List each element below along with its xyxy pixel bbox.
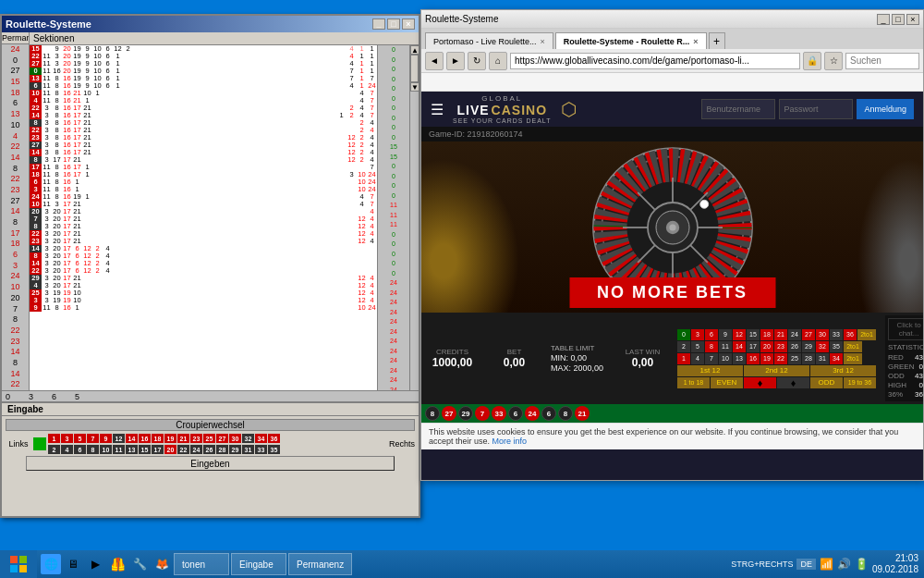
close-button[interactable]: ×	[402, 18, 415, 30]
dozen-2-bet[interactable]: 2nd 12	[744, 365, 809, 376]
num-29[interactable]: 29	[229, 445, 241, 454]
tab-roulette-systeme[interactable]: Roulette-Systeme - Roulette R... ×	[555, 32, 707, 49]
tracking-data-grid: 15 9 20199 10 6 12 2411 22113 20199 10 6…	[30, 45, 377, 390]
recent-num-21: 21	[575, 406, 590, 421]
taskbar-tonen[interactable]: tonen	[174, 553, 229, 575]
lock-icon: 🔒	[803, 52, 821, 70]
bookmarks-bar	[421, 73, 923, 92]
num-12[interactable]: 12	[113, 434, 125, 443]
ie-icon[interactable]: 🌐	[41, 554, 61, 574]
num-18[interactable]: 18	[152, 434, 164, 443]
tab-bar: Portomaso - Live Roulette... × Roulette-…	[421, 29, 923, 49]
taskbar-eingabe[interactable]: Eingabe	[231, 553, 286, 575]
start-button[interactable]	[0, 550, 37, 578]
scroll-up-arrow[interactable]: ▲	[410, 45, 419, 55]
new-tab-button[interactable]: +	[709, 32, 725, 49]
login-button[interactable]: Anmeldung	[857, 99, 914, 119]
num-11[interactable]: 11	[113, 445, 125, 454]
num-4[interactable]: 4	[61, 445, 73, 454]
eingeben-button[interactable]: Eingeben	[26, 456, 395, 471]
click-to-chat[interactable]: Click to chat...	[888, 318, 923, 340]
num-23[interactable]: 23	[190, 434, 202, 443]
num-22[interactable]: 22	[177, 445, 189, 454]
dozen-1-bet[interactable]: 1st 12	[677, 365, 743, 376]
num-33[interactable]: 33	[255, 445, 267, 454]
num-6[interactable]: 6	[74, 445, 86, 454]
browser-minimize-btn[interactable]: _	[877, 14, 890, 25]
browser-close-btn[interactable]: ×	[906, 14, 919, 25]
num-28[interactable]: 28	[216, 445, 228, 454]
num-13[interactable]: 13	[126, 445, 138, 454]
num-9[interactable]: 9	[100, 434, 112, 443]
search-input[interactable]	[845, 53, 919, 69]
scroll-thumb[interactable]	[410, 55, 419, 82]
num-20[interactable]: 20	[164, 445, 176, 454]
bookmark-star[interactable]: ☆	[824, 52, 843, 70]
num-15[interactable]: 15	[139, 445, 151, 454]
maximize-button[interactable]: □	[387, 18, 400, 30]
odd-bet[interactable]: ODD	[810, 377, 843, 388]
num-10[interactable]: 10	[100, 445, 112, 454]
num-36[interactable]: 36	[268, 434, 280, 443]
2to1-bot[interactable]: 2to1	[844, 353, 862, 364]
num-27[interactable]: 27	[216, 434, 228, 443]
even-bet[interactable]: EVEN	[711, 377, 743, 388]
browser-titlebar: Roulette-Systeme _ □ ×	[421, 10, 923, 29]
black-bet[interactable]: ♦	[777, 377, 809, 388]
show-desktop-icon[interactable]: 🖥	[63, 554, 83, 574]
username-input[interactable]	[701, 99, 775, 119]
url-bar[interactable]	[510, 53, 800, 69]
num-34[interactable]: 34	[255, 434, 267, 443]
vlc-icon[interactable]: 🦺	[107, 554, 128, 574]
svg-point-16	[669, 224, 675, 230]
col36-stat-value: 36%	[915, 390, 923, 399]
high-bet[interactable]: 19 to 36	[844, 377, 876, 388]
media-player-icon[interactable]: ▶	[85, 554, 105, 574]
minimize-button[interactable]: _	[372, 18, 385, 30]
util-icon[interactable]: 🔧	[129, 554, 150, 574]
num-30[interactable]: 30	[229, 434, 241, 443]
refresh-button[interactable]: ↻	[468, 52, 486, 70]
dozen-3-bet[interactable]: 3rd 12	[810, 365, 876, 376]
num-7[interactable]: 7	[87, 434, 99, 443]
home-button[interactable]: ⌂	[489, 52, 507, 70]
firefox-icon[interactable]: 🦊	[152, 554, 172, 574]
num-25[interactable]: 25	[203, 434, 215, 443]
grid-zero[interactable]: 0	[677, 329, 690, 340]
num-5[interactable]: 5	[74, 434, 86, 443]
2to1-mid[interactable]: 2to1	[844, 341, 862, 352]
browser-maximize-btn[interactable]: □	[892, 14, 905, 25]
num-14[interactable]: 14	[126, 434, 138, 443]
tab-portomaso[interactable]: Portomaso - Live Roulette... ×	[425, 32, 553, 49]
column-numbers-bar: 0 3 6 5	[2, 390, 419, 401]
num-35[interactable]: 35	[268, 445, 280, 454]
num-8[interactable]: 8	[87, 445, 99, 454]
2to1-top[interactable]: 2to1	[857, 329, 876, 340]
tab-close-1[interactable]: ×	[541, 37, 545, 46]
num-17[interactable]: 17	[152, 445, 164, 454]
forward-button[interactable]: ►	[446, 52, 465, 70]
num-24[interactable]: 24	[190, 445, 202, 454]
num-21[interactable]: 21	[177, 434, 189, 443]
num-1[interactable]: 1	[48, 434, 60, 443]
menu-hamburger-icon[interactable]: ☰	[431, 101, 444, 118]
num-3[interactable]: 3	[61, 434, 73, 443]
vertical-scrollbar[interactable]: ▲ ▼	[409, 45, 419, 390]
recent-num-29: 29	[458, 406, 473, 421]
num-32[interactable]: 32	[242, 434, 254, 443]
num-26[interactable]: 26	[203, 445, 215, 454]
red-bet[interactable]: ♦	[744, 377, 776, 388]
low-bet[interactable]: 1 to 18	[677, 377, 710, 388]
num-19[interactable]: 19	[164, 434, 176, 443]
num-16[interactable]: 16	[139, 434, 151, 443]
num-31[interactable]: 31	[242, 445, 254, 454]
back-button[interactable]: ◄	[425, 52, 444, 70]
num-2[interactable]: 2	[48, 445, 60, 454]
password-input[interactable]	[779, 99, 853, 119]
cookie-more-info-link[interactable]: More info	[492, 437, 528, 446]
eingabe-label: Eingabe	[2, 403, 419, 416]
tab-close-2[interactable]: ×	[693, 37, 698, 46]
taskbar-permanenz[interactable]: Permanenz	[288, 553, 352, 575]
scroll-down-arrow[interactable]: ▼	[410, 82, 419, 92]
bet-display: BET 0,00	[489, 348, 540, 369]
